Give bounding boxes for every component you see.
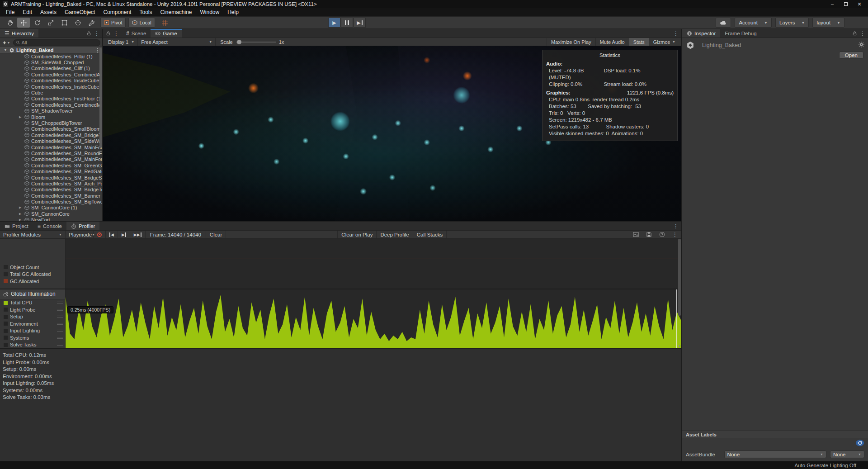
hierarchy-item[interactable]: ▶SM_CannonCore (1) [0, 205, 102, 211]
menu-assets[interactable]: Assets [36, 8, 61, 16]
save-button[interactable] [642, 231, 656, 238]
label-tag-button[interactable] [855, 440, 864, 448]
drag-handle-icon[interactable] [57, 337, 63, 339]
gi-module-chart[interactable]: 0.25ms (4000FPS) 0.1ms (10000FPS) [66, 289, 681, 348]
call-stacks-button[interactable]: Call Stacks [413, 231, 447, 238]
hierarchy-item[interactable]: CombinedMeshes_SM_Arch_Post [0, 180, 102, 186]
account-dropdown[interactable]: Account▼ [735, 18, 771, 28]
hand-tool-button[interactable] [4, 18, 16, 28]
kebab-menu-icon[interactable]: ⋮ [669, 231, 681, 238]
kebab-menu-icon[interactable]: ⋮ [94, 31, 99, 36]
grid-snap-button[interactable] [159, 18, 171, 28]
hierarchy-item[interactable]: CombinedMeshes_SM_SideWall ( [0, 138, 102, 144]
tab-project[interactable]: Project [0, 222, 33, 230]
assetbundle-dropdown[interactable]: None▼ [724, 450, 826, 458]
scale-slider[interactable]: Scale 1x [216, 39, 288, 45]
pivot-toggle[interactable]: Pivot [100, 18, 126, 28]
playmode-dropdown[interactable]: Playmode▼ [66, 231, 94, 238]
stats-button[interactable]: Stats [629, 38, 649, 46]
expand-arrow-icon[interactable]: ▶ [19, 206, 24, 209]
profiler-legend-item[interactable]: Environment [0, 320, 65, 327]
menu-component[interactable]: Component [99, 8, 135, 16]
tab-game[interactable]: Game [151, 29, 181, 38]
help-button[interactable] [656, 231, 669, 238]
hierarchy-search-input[interactable]: All [13, 39, 100, 46]
hierarchy-item[interactable]: CombinedMeshes_InsideCubeLef [0, 84, 102, 90]
profiler-legend-item[interactable]: Total GC Allocated [0, 271, 65, 278]
clear-on-play-button[interactable]: Clear on Play [337, 231, 377, 238]
auto-generate-lighting-toggle[interactable]: Auto Generate Lighting Off [794, 463, 856, 468]
menu-cinemachine[interactable]: Cinemachine [156, 8, 196, 16]
tab-console[interactable]: ≡Console [33, 222, 66, 230]
hierarchy-item[interactable]: SM_SideWall_Chopped [0, 59, 102, 65]
chart-type-button[interactable] [629, 231, 642, 238]
profiler-legend-item[interactable]: GC Allocated [0, 278, 65, 285]
hierarchy-item[interactable]: CombinedMeshes_SM_Banner (1) [0, 193, 102, 199]
kebab-menu-icon[interactable]: ⋮ [113, 31, 119, 36]
display-dropdown[interactable]: Display 1▼ [105, 38, 138, 46]
move-tool-button[interactable] [17, 18, 30, 28]
menu-tools[interactable]: Tools [135, 8, 156, 16]
layers-dropdown[interactable]: Layers▼ [775, 18, 809, 28]
profiler-scrollbar[interactable]: ▼ [678, 239, 681, 348]
gizmos-button[interactable]: Gizmos▼ [649, 38, 679, 46]
lock-icon[interactable] [106, 31, 111, 36]
hierarchy-item[interactable]: CombinedMeshes_CombinedArch [0, 71, 102, 77]
drag-handle-icon[interactable] [57, 344, 63, 346]
hierarchy-item[interactable]: SM_ShadowTower [0, 108, 102, 114]
scale-tool-button[interactable] [44, 18, 57, 28]
minimize-button[interactable]: – [826, 0, 839, 8]
deep-profile-button[interactable]: Deep Profile [377, 231, 413, 238]
profiler-legend-item[interactable]: Object Count [0, 264, 65, 271]
hierarchy-item[interactable]: CombinedMeshes_SM_GreenGate [0, 162, 102, 168]
drag-handle-icon[interactable] [57, 309, 63, 311]
hierarchy-item[interactable]: ▶SM_CannonCore [0, 211, 102, 217]
scale-slider-track[interactable] [236, 42, 276, 43]
aspect-dropdown[interactable]: Free Aspect▼ [138, 38, 216, 46]
tab-profiler[interactable]: Profiler [66, 222, 99, 230]
hierarchy-item[interactable]: CombinedMeshes_SM_BridgeStai [0, 175, 102, 180]
hierarchy-item[interactable]: CombinedMeshes_SM_RedGate ( [0, 168, 102, 174]
assetbundle-variant-dropdown[interactable]: None▼ [830, 450, 864, 458]
custom-tool-button[interactable] [85, 18, 98, 28]
hierarchy-item[interactable]: Cube [0, 90, 102, 95]
local-toggle[interactable]: Local [128, 18, 155, 28]
clear-button[interactable]: Clear [206, 231, 226, 238]
maximize-on-play-button[interactable]: Maximize On Play [547, 38, 595, 46]
hierarchy-item[interactable]: CombinedMeshes_Pillar (1) [0, 53, 102, 59]
hierarchy-item[interactable]: CombinedMeshes_SM_MainFort_ [0, 156, 102, 162]
kebab-menu-icon[interactable]: ⋮ [673, 223, 679, 229]
drag-handle-icon[interactable] [57, 316, 63, 317]
rotate-tool-button[interactable] [31, 18, 43, 28]
menu-window[interactable]: Window [196, 8, 224, 16]
kebab-menu-icon[interactable]: ⋮ [860, 31, 865, 36]
hierarchy-item[interactable]: ▶Bloom [0, 114, 102, 120]
previous-frame-button[interactable]: ◀ [106, 231, 118, 238]
collab-cloud-button[interactable] [716, 18, 731, 28]
lock-icon[interactable] [86, 31, 91, 36]
gi-module-header[interactable]: Global Illumination [0, 289, 65, 299]
kebab-menu-icon[interactable]: ⋮ [673, 31, 679, 36]
profiler-legend-item[interactable]: Solve Tasks [0, 341, 65, 349]
rect-tool-button[interactable] [58, 18, 71, 28]
next-frame-button[interactable]: ▶ [118, 231, 130, 238]
pause-button[interactable] [341, 18, 353, 28]
expand-arrow-icon[interactable]: ▶ [19, 212, 24, 216]
close-button[interactable]: ✕ [853, 0, 866, 8]
hierarchy-item[interactable]: CombinedMeshes_SM_BridgeTop [0, 132, 102, 138]
hierarchy-item[interactable]: CombinedMeshes_SmallBloom (1) [0, 126, 102, 132]
hierarchy-item[interactable]: CombinedMeshes_SM_BridgeTop [0, 187, 102, 193]
tab-frame-debug[interactable]: Frame Debug [720, 29, 761, 38]
drag-handle-icon[interactable] [57, 323, 63, 325]
tab-hierarchy[interactable]: ☰Hierarchy [0, 29, 38, 38]
menu-edit[interactable]: Edit [19, 8, 36, 16]
profiler-modules-dropdown[interactable]: Profiler Modules▼ [0, 231, 66, 238]
hierarchy-item[interactable]: CombinedMeshes_SM_BigTower [0, 199, 102, 204]
hierarchy-item[interactable]: CombinedMeshes_SM_RoundFoa [0, 150, 102, 156]
hierarchy-item[interactable]: CombinedMeshes_FirstFloor (1) [0, 96, 102, 102]
expand-arrow-icon[interactable]: ▶ [19, 115, 24, 119]
menu-file[interactable]: File [2, 8, 19, 16]
lock-icon[interactable] [852, 31, 857, 36]
hierarchy-item[interactable]: CombinedMeshes_CombinedMes [0, 102, 102, 108]
create-object-button[interactable]: +▼ [2, 39, 11, 46]
